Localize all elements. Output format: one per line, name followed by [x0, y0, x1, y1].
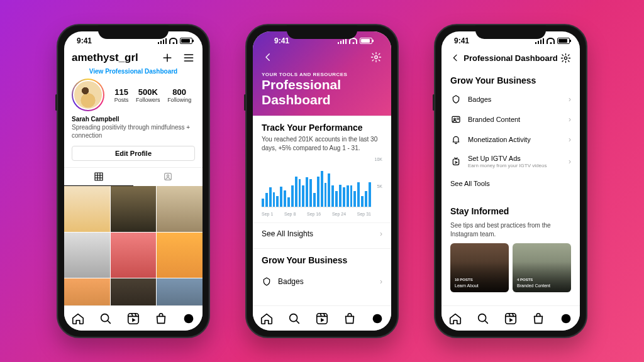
- post-tile[interactable]: [64, 233, 110, 278]
- nav-home-icon[interactable]: [448, 312, 462, 326]
- tip-card[interactable]: 4 POSTS Branded Content: [513, 243, 571, 292]
- wifi-icon: [169, 38, 177, 44]
- chevron-right-icon: ›: [380, 229, 382, 238]
- tip-card[interactable]: 10 POSTS Learn About: [450, 243, 509, 292]
- chart-bar: [313, 193, 316, 207]
- igtv-icon: [450, 156, 462, 167]
- chart-bar: [284, 190, 286, 207]
- chart-bar: [347, 185, 349, 207]
- performance-card: Track Your Performance You reached 201K …: [253, 116, 391, 222]
- back-button[interactable]: [449, 52, 462, 64]
- branded-icon: [450, 114, 462, 124]
- chevron-right-icon: ›: [569, 95, 571, 104]
- phone-dashboard: 9:41 YOUR TOOLS AND RESOURCES Profession…: [245, 24, 399, 338]
- nav-profile-icon[interactable]: [370, 312, 384, 326]
- see-all-insights-link[interactable]: See All Insights ›: [253, 222, 391, 244]
- post-tile[interactable]: [157, 186, 203, 232]
- view-dashboard-link[interactable]: View Professional Dashboard: [64, 68, 203, 75]
- battery-icon: [360, 38, 372, 44]
- nav-shop-icon[interactable]: [343, 312, 357, 326]
- tab-grid[interactable]: [64, 168, 133, 186]
- svg-point-2: [101, 314, 109, 321]
- post-tile[interactable]: [157, 233, 203, 278]
- create-post-button[interactable]: [161, 52, 174, 64]
- nav-profile-icon[interactable]: [182, 312, 196, 326]
- status-time: 9:41: [274, 36, 289, 45]
- svg-point-4: [184, 314, 194, 323]
- battery-icon: [180, 38, 192, 44]
- x-tick: Sep 16: [307, 212, 321, 216]
- tips-carousel[interactable]: 10 POSTS Learn About 4 POSTS Branded Con…: [441, 243, 580, 292]
- list-item-label: Set Up IGTV AdsEarn money from your IGTV…: [468, 155, 562, 168]
- settings-icon[interactable]: [370, 51, 382, 63]
- post-tile[interactable]: [157, 278, 203, 305]
- post-tile[interactable]: [64, 186, 110, 232]
- nav-home-icon[interactable]: [260, 312, 274, 326]
- tool-item-bell[interactable]: Monetization Activity›: [441, 129, 580, 150]
- svg-point-15: [562, 314, 571, 323]
- nav-profile-icon[interactable]: [559, 312, 573, 326]
- page-title: Professional Dashboard: [464, 53, 558, 63]
- post-tile[interactable]: [111, 278, 157, 305]
- bio: Sarah Campbell Spreading positivity thro…: [64, 111, 203, 142]
- chart-bar: [317, 177, 319, 207]
- chevron-right-icon: ›: [569, 115, 571, 124]
- status-time: 9:41: [77, 36, 92, 45]
- x-tick: Sep 31: [357, 212, 371, 216]
- nav-search-icon[interactable]: [476, 312, 490, 326]
- status-indicators: [158, 38, 192, 44]
- tab-tagged[interactable]: [133, 168, 203, 186]
- see-all-tools-link[interactable]: See All Tools: [441, 173, 580, 194]
- stat-followers[interactable]: 500K Followers: [136, 87, 160, 103]
- post-tile[interactable]: [111, 186, 157, 232]
- notch: [98, 25, 169, 39]
- edit-profile-button[interactable]: Edit Profile: [72, 146, 195, 161]
- chart-bar: [295, 177, 297, 207]
- post-grid: [64, 186, 203, 305]
- back-button[interactable]: [262, 51, 274, 63]
- chart-bar: [265, 193, 268, 207]
- section-title: Track Your Performance: [262, 123, 382, 133]
- phone-tools: 9:41 Professional Dashboard Grow Your Bu…: [434, 24, 587, 338]
- stat-following[interactable]: 800 Following: [167, 87, 191, 103]
- svg-point-1: [167, 175, 169, 177]
- badges-row[interactable]: Badges ›: [253, 270, 391, 293]
- profile-header: amethyst_grl: [64, 50, 203, 67]
- tool-item-badge[interactable]: Badges›: [441, 89, 580, 109]
- chart-bar: [299, 179, 301, 207]
- stat-posts[interactable]: 115 Posts: [114, 87, 129, 103]
- nav-shop-icon[interactable]: [531, 312, 545, 326]
- badge-icon: [262, 277, 272, 287]
- nav-shop-icon[interactable]: [154, 312, 168, 326]
- chart-bar: [269, 187, 272, 207]
- nav-search-icon[interactable]: [287, 312, 301, 326]
- post-tile[interactable]: [64, 278, 110, 305]
- profile-tabs: [64, 167, 203, 186]
- insights-chart: 10K 5K Sep 1Sep 8Sep 16Sep 24Sep 31: [262, 158, 382, 216]
- post-tile[interactable]: [111, 233, 157, 278]
- nav-home-icon[interactable]: [71, 312, 85, 326]
- grow-list: Grow Your Business Badges›Branded Conten…: [441, 69, 580, 195]
- avatar[interactable]: [72, 79, 104, 111]
- battery-icon: [557, 38, 570, 44]
- chart-bar: [273, 192, 275, 207]
- phone-profile: 9:41 amethyst_grl View Professional Dash…: [57, 24, 210, 338]
- username[interactable]: amethyst_grl: [72, 52, 138, 64]
- notch: [475, 25, 546, 39]
- nav-reels-icon[interactable]: [126, 312, 140, 326]
- hero-eyebrow: YOUR TOOLS AND RESOURCES: [262, 72, 382, 77]
- x-tick: Sep 24: [332, 212, 346, 216]
- nav-reels-icon[interactable]: [315, 312, 329, 326]
- row-label: See All Insights: [262, 229, 313, 238]
- status-time: 9:41: [454, 36, 469, 45]
- settings-icon[interactable]: [560, 52, 572, 64]
- chart-bar: [321, 171, 323, 207]
- x-tick: Sep 8: [284, 212, 296, 216]
- nav-search-icon[interactable]: [99, 312, 113, 326]
- tool-item-branded[interactable]: Branded Content›: [441, 109, 580, 129]
- tip-title: Learn About: [455, 283, 479, 288]
- tool-item-igtv[interactable]: Set Up IGTV AdsEarn money from your IGTV…: [441, 150, 580, 173]
- menu-button[interactable]: [182, 52, 195, 64]
- svg-rect-3: [128, 313, 139, 324]
- nav-reels-icon[interactable]: [504, 312, 518, 326]
